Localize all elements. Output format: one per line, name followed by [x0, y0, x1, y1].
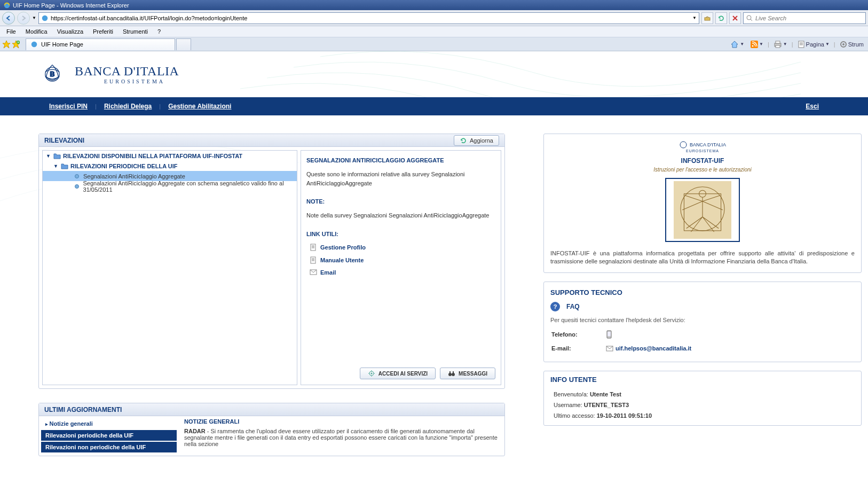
link-manuale-utente[interactable]: Manuale Utente [310, 256, 495, 264]
link-gestione-profilo[interactable]: Gestione Profilo [310, 244, 495, 251]
print-button[interactable]: ▼ [771, 40, 790, 49]
folder-icon [53, 153, 61, 159]
browser-tab[interactable]: UIF Home Page [26, 38, 175, 50]
menu-visualizza[interactable]: Visualizza [53, 27, 88, 36]
mail-icon [310, 269, 317, 276]
compat-button[interactable] [701, 12, 713, 24]
svg-rect-17 [311, 257, 315, 263]
news-body: RADAR - Si rammenta che l'upload deve es… [184, 428, 499, 447]
feeds-button[interactable]: ▼ [748, 40, 766, 49]
svg-point-25 [680, 142, 686, 148]
svg-point-13 [842, 43, 845, 45]
question-icon: ? [550, 302, 560, 311]
updates-title: ULTIMI AGGIORNAMENTI [44, 406, 122, 413]
binoculars-icon [448, 370, 455, 377]
detail-pane: SEGNALAZIONI ANTIRICICLAGGIO AGGREGATE Q… [301, 150, 501, 385]
support-title: SUPPORTO TECNICO [550, 288, 855, 296]
upd-nav-generali[interactable]: Notizie generali [41, 418, 177, 429]
updates-nav: Notizie generali Rilevazioni periodiche … [39, 416, 179, 456]
svg-rect-2 [705, 18, 710, 20]
stop-button[interactable] [729, 12, 741, 24]
logo-text: BANCA D'ITALIA EUROSISTEMA [75, 64, 179, 84]
search-input[interactable] [755, 15, 863, 21]
svg-text:B: B [50, 71, 55, 78]
menu-modifica[interactable]: Modifica [21, 27, 52, 36]
collapse-icon: ▼ [53, 163, 59, 169]
nav-inserisci-pin[interactable]: Inserisci PIN [42, 103, 95, 110]
updates-content: NOTIZIE GENERALI RADAR - Si rammenta che… [179, 416, 504, 456]
userinfo-username: Username: UTENTE_TEST3 [550, 400, 855, 410]
rilevazioni-header: RILEVAZIONI Aggiorna [39, 134, 504, 147]
main-nav: Inserisci PIN | Richiedi Delega | Gestio… [0, 97, 868, 115]
tab-favicon [30, 41, 38, 48]
refresh-button[interactable] [715, 12, 727, 24]
mail-icon [606, 346, 613, 352]
nav-history-dropdown[interactable]: ▼ [32, 15, 36, 20]
support-email-link[interactable]: uif.helpsos@bancaditalia.it [616, 345, 691, 352]
userinfo-welcome: Benvenuto/a: Utente Test [550, 389, 855, 400]
messaggi-button[interactable]: MESSAGGI [440, 368, 495, 379]
tree-pane: ▼ RILEVAZIONI DISPONIBILI NELLA PIATTAFO… [42, 150, 297, 385]
updates-header: ULTIMI AGGIORNAMENTI [39, 403, 504, 416]
phone-icon [606, 330, 612, 339]
support-line: Per quesiti tecnici contattare l'helpdes… [550, 317, 855, 323]
tel-label: Telefono: [551, 327, 605, 341]
page-favicon [41, 14, 49, 22]
svg-rect-9 [776, 41, 780, 43]
tree-root[interactable]: ▼ RILEVAZIONI DISPONIBILI NELLA PIATTAFO… [43, 151, 297, 161]
browser-menubar: File Modifica Visualizza Preferiti Strum… [0, 26, 868, 37]
address-bar: ▼ [38, 12, 699, 24]
support-box: SUPPORTO TECNICO ? FAQ Per quesiti tecni… [543, 282, 862, 363]
back-button[interactable] [2, 12, 15, 25]
tree-level1[interactable]: ▼ RILEVAZIONI PERIODICHE DELLA UIF [43, 161, 297, 171]
bullet-icon [75, 184, 79, 189]
home-button[interactable]: ▼ [728, 40, 746, 49]
menu-help[interactable]: ? [153, 27, 165, 36]
link-email[interactable]: Email [310, 269, 495, 276]
tools-menu[interactable]: Strum [838, 40, 866, 49]
detail-desc: Queste sono le informazioni relative all… [306, 170, 495, 188]
url-dropdown[interactable]: ▼ [692, 15, 697, 20]
page-content: B BANCA D'ITALIA EUROSISTEMA Inserisci P… [0, 51, 868, 470]
tree-item[interactable]: Segnalazioni AntiRiciclaggio Aggregate c… [43, 181, 297, 191]
faq-link[interactable]: FAQ [566, 303, 580, 310]
favorites-star-icon[interactable] [2, 40, 11, 49]
svg-rect-31 [607, 332, 611, 336]
upd-nav-non-periodiche[interactable]: Rilevazioni non periodiche della UIF [41, 442, 177, 452]
page-icon [310, 256, 317, 264]
svg-point-20 [370, 373, 372, 374]
nav-richiedi-delega[interactable]: Richiedi Delega [97, 103, 159, 110]
accedi-servizi-button[interactable]: ACCEDI AI SERVIZI [360, 368, 436, 379]
ie-icon [3, 2, 11, 9]
detail-title: SEGNALAZIONI ANTIRICICLAGGIO AGGREGATE [306, 157, 495, 163]
svg-rect-23 [449, 371, 451, 373]
menu-file[interactable]: File [2, 27, 20, 36]
menu-strumenti[interactable]: Strumenti [119, 27, 152, 36]
userinfo-box: INFO UTENTE Benvenuto/a: Utente Test Use… [543, 371, 862, 426]
nav-gestione-abilitazioni[interactable]: Gestione Abilitazioni [161, 103, 239, 110]
add-favorites-icon[interactable] [12, 40, 20, 49]
news-title: NOTIZIE GENERALI [184, 418, 499, 425]
links-label: LINK UTILI: [306, 231, 495, 237]
menu-preferiti[interactable]: Preferiti [89, 27, 117, 36]
rilevazioni-title: RILEVAZIONI [44, 137, 84, 144]
page-menu[interactable]: Pagina▼ [795, 40, 832, 49]
rilevazioni-panel: RILEVAZIONI Aggiorna ▼ RILEVAZIONI DISPO… [38, 134, 505, 389]
collapse-icon: ▼ [46, 153, 51, 159]
aggiorna-button[interactable]: Aggiorna [454, 135, 499, 146]
upd-nav-periodiche[interactable]: Rilevazioni periodiche della UIF [41, 430, 177, 441]
url-input[interactable] [51, 15, 690, 21]
refresh-icon [460, 137, 467, 144]
brochure-title: INFOSTAT-UIF [550, 157, 855, 165]
mini-logo-icon [679, 140, 688, 149]
page-icon [310, 244, 317, 251]
window-titlebar: UIF Home Page - Windows Internet Explore… [0, 0, 868, 10]
forward-button[interactable] [17, 12, 30, 25]
new-tab-button[interactable] [176, 38, 191, 50]
nav-esci[interactable]: Esci [798, 103, 826, 110]
logo-main: BANCA D'ITALIA [75, 64, 179, 79]
search-icon [746, 14, 753, 22]
svg-point-1 [42, 15, 48, 21]
note-label: NOTE: [306, 198, 495, 205]
email-label: E-mail: [551, 342, 605, 355]
